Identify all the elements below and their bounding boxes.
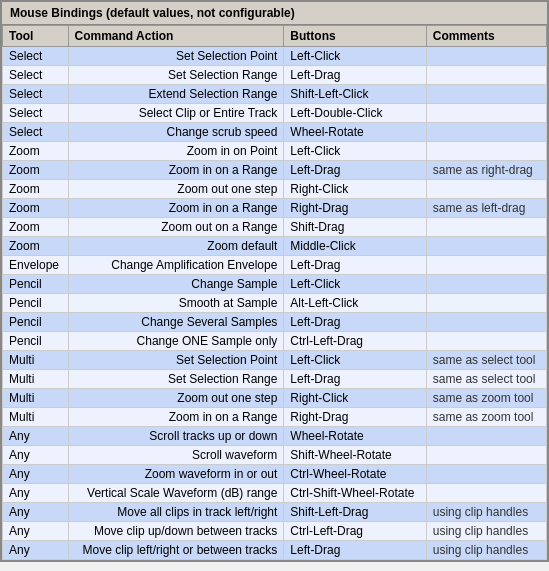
cell-buttons: Wheel-Rotate [284, 427, 426, 446]
cell-tool: Any [3, 465, 69, 484]
cell-action: Zoom in on a Range [68, 199, 284, 218]
cell-comments [426, 256, 546, 275]
cell-comments [426, 332, 546, 351]
table-row: PencilChange ONE Sample onlyCtrl-Left-Dr… [3, 332, 547, 351]
cell-tool: Any [3, 503, 69, 522]
cell-buttons: Left-Double-Click [284, 104, 426, 123]
cell-comments: using clip handles [426, 503, 546, 522]
cell-tool: Select [3, 66, 69, 85]
table-row: AnyMove clip up/down between tracksCtrl-… [3, 522, 547, 541]
table-row: ZoomZoom out one stepRight-Click [3, 180, 547, 199]
cell-tool: Any [3, 541, 69, 560]
table-row: ZoomZoom defaultMiddle-Click [3, 237, 547, 256]
cell-tool: Multi [3, 370, 69, 389]
cell-comments: same as select tool [426, 370, 546, 389]
cell-action: Extend Selection Range [68, 85, 284, 104]
cell-buttons: Left-Drag [284, 66, 426, 85]
cell-tool: Select [3, 104, 69, 123]
cell-action: Zoom in on Point [68, 142, 284, 161]
cell-tool: Zoom [3, 237, 69, 256]
cell-buttons: Ctrl-Shift-Wheel-Rotate [284, 484, 426, 503]
table-row: MultiZoom out one stepRight-Clicksame as… [3, 389, 547, 408]
table-body: SelectSet Selection PointLeft-ClickSelec… [3, 47, 547, 560]
header-tool: Tool [3, 26, 69, 47]
cell-comments [426, 180, 546, 199]
cell-comments [426, 104, 546, 123]
table-row: AnyMove all clips in track left/rightShi… [3, 503, 547, 522]
cell-comments [426, 218, 546, 237]
cell-buttons: Ctrl-Left-Drag [284, 332, 426, 351]
cell-comments: using clip handles [426, 541, 546, 560]
cell-comments [426, 484, 546, 503]
cell-buttons: Left-Click [284, 351, 426, 370]
table-row: SelectExtend Selection RangeShift-Left-C… [3, 85, 547, 104]
cell-buttons: Left-Drag [284, 370, 426, 389]
table-row: AnyScroll waveformShift-Wheel-Rotate [3, 446, 547, 465]
header-buttons: Buttons [284, 26, 426, 47]
cell-action: Set Selection Point [68, 47, 284, 66]
cell-tool: Zoom [3, 199, 69, 218]
cell-comments: same as select tool [426, 351, 546, 370]
table-row: ZoomZoom in on PointLeft-Click [3, 142, 547, 161]
cell-buttons: Left-Drag [284, 313, 426, 332]
cell-buttons: Right-Drag [284, 408, 426, 427]
cell-action: Scroll tracks up or down [68, 427, 284, 446]
table-row: SelectSet Selection PointLeft-Click [3, 47, 547, 66]
cell-tool: Select [3, 123, 69, 142]
cell-comments: using clip handles [426, 522, 546, 541]
table-row: MultiSet Selection PointLeft-Clicksame a… [3, 351, 547, 370]
cell-tool: Multi [3, 389, 69, 408]
cell-tool: Envelope [3, 256, 69, 275]
table-row: ZoomZoom in on a RangeLeft-Dragsame as r… [3, 161, 547, 180]
cell-action: Smooth at Sample [68, 294, 284, 313]
cell-tool: Zoom [3, 180, 69, 199]
cell-buttons: Shift-Left-Drag [284, 503, 426, 522]
title-bar: Mouse Bindings (default values, not conf… [2, 2, 547, 25]
cell-tool: Any [3, 446, 69, 465]
cell-action: Change scrub speed [68, 123, 284, 142]
cell-tool: Pencil [3, 332, 69, 351]
cell-buttons: Shift-Wheel-Rotate [284, 446, 426, 465]
cell-buttons: Alt-Left-Click [284, 294, 426, 313]
cell-tool: Zoom [3, 161, 69, 180]
cell-action: Zoom out one step [68, 180, 284, 199]
cell-action: Move all clips in track left/right [68, 503, 284, 522]
table-row: PencilChange Several SamplesLeft-Drag [3, 313, 547, 332]
cell-comments [426, 446, 546, 465]
cell-comments [426, 465, 546, 484]
cell-action: Change ONE Sample only [68, 332, 284, 351]
bindings-table: Tool Command Action Buttons Comments Sel… [2, 25, 547, 560]
cell-tool: Zoom [3, 218, 69, 237]
cell-comments: same as zoom tool [426, 408, 546, 427]
cell-comments [426, 275, 546, 294]
table-row: AnyMove clip left/right or between track… [3, 541, 547, 560]
cell-buttons: Ctrl-Left-Drag [284, 522, 426, 541]
table-row: ZoomZoom in on a RangeRight-Dragsame as … [3, 199, 547, 218]
cell-comments [426, 142, 546, 161]
cell-comments [426, 47, 546, 66]
cell-tool: Select [3, 85, 69, 104]
cell-buttons: Left-Drag [284, 256, 426, 275]
cell-action: Move clip left/right or between tracks [68, 541, 284, 560]
cell-comments [426, 313, 546, 332]
cell-comments [426, 85, 546, 104]
title-text: Mouse Bindings (default values, not conf… [10, 6, 295, 20]
cell-action: Move clip up/down between tracks [68, 522, 284, 541]
cell-buttons: Right-Click [284, 389, 426, 408]
cell-buttons: Shift-Left-Click [284, 85, 426, 104]
cell-comments [426, 66, 546, 85]
cell-action: Zoom in on a Range [68, 408, 284, 427]
table-row: ZoomZoom out on a RangeShift-Drag [3, 218, 547, 237]
table-row: AnyVertical Scale Waveform (dB) rangeCtr… [3, 484, 547, 503]
cell-comments: same as right-drag [426, 161, 546, 180]
cell-tool: Pencil [3, 294, 69, 313]
cell-action: Zoom out one step [68, 389, 284, 408]
cell-action: Scroll waveform [68, 446, 284, 465]
cell-comments [426, 427, 546, 446]
cell-action: Zoom out on a Range [68, 218, 284, 237]
header-action: Command Action [68, 26, 284, 47]
cell-buttons: Left-Click [284, 275, 426, 294]
cell-action: Zoom in on a Range [68, 161, 284, 180]
table-row: SelectSelect Clip or Entire TrackLeft-Do… [3, 104, 547, 123]
cell-buttons: Left-Click [284, 142, 426, 161]
